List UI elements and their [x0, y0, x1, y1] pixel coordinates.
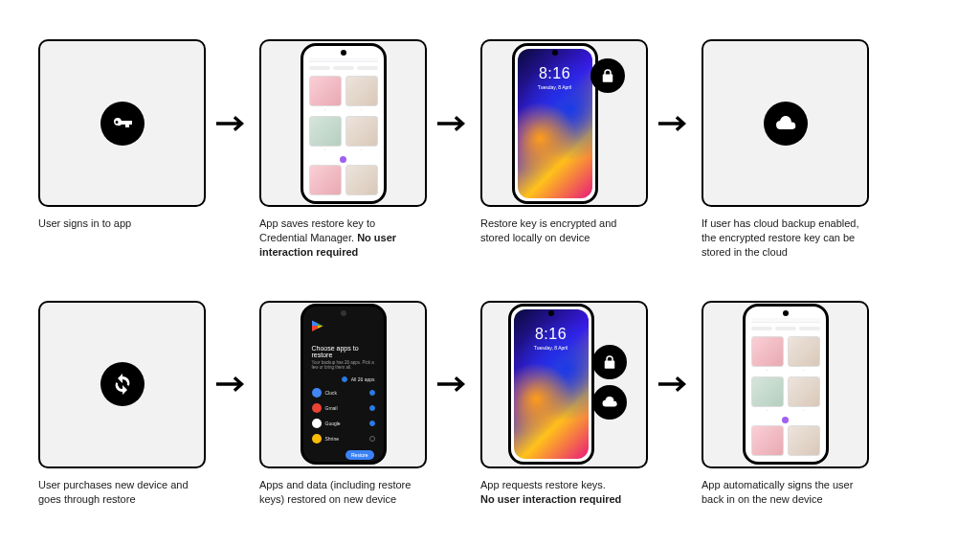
phone-shopping-app: · · · ·: [301, 43, 387, 204]
arrow: [656, 39, 694, 207]
step-box: [38, 301, 206, 468]
flow-row-1: User signs in to app · · · ·: [38, 39, 942, 260]
step-caption: App requests restore keys.No user intera…: [480, 478, 648, 507]
step-box: [38, 39, 206, 207]
arrow-icon: [434, 114, 473, 133]
cloud-icon: [592, 385, 627, 420]
restore-title: Choose apps to restore: [309, 345, 378, 358]
arrow: [434, 39, 473, 207]
step-cloud-backup: If user has cloud backup enabled, the en…: [702, 39, 869, 260]
step-caption: App automatically signs the user back in…: [702, 478, 869, 507]
step-caption: Apps and data (including restore keys) r…: [259, 478, 427, 507]
phone-lockscreen: 8:16 Tuesday, 8 April: [508, 304, 594, 465]
arrow: [434, 301, 473, 468]
step-restore-apps: Choose apps to restore Your backup has 2…: [259, 301, 427, 507]
step-encrypt-local: 8:16 Tuesday, 8 April Restore key is enc…: [480, 39, 648, 245]
list-item: Clock: [309, 385, 378, 400]
step-box: Choose apps to restore Your backup has 2…: [259, 301, 427, 468]
play-icon: [312, 320, 323, 331]
restore-subtitle: Your backup has 26 apps. Pick a few or b…: [309, 358, 378, 374]
step-caption: User purchases new device and goes throu…: [38, 478, 206, 507]
step-auto-signin: · · · · App automatically signs the user…: [702, 301, 869, 507]
step-caption: User signs in to app: [38, 216, 206, 231]
lock-icon: [592, 345, 627, 379]
cloud-icon: [764, 102, 808, 146]
arrow-icon: [434, 375, 473, 394]
arrow-icon: [656, 114, 694, 133]
arrow-icon: [213, 375, 252, 394]
step-new-device: User purchases new device and goes throu…: [38, 301, 206, 507]
lockscreen-time: 8:16: [511, 326, 591, 343]
flow-row-2: User purchases new device and goes throu…: [38, 301, 942, 507]
list-item: Shrine: [309, 431, 378, 446]
arrow: [213, 39, 252, 207]
step-request-keys: 8:16 Tuesday, 8 April App requests resto…: [480, 301, 648, 507]
step-caption: Restore key is encrypted and stored loca…: [480, 216, 648, 245]
key-icon: [100, 102, 145, 146]
step-box: · · · ·: [259, 39, 427, 207]
phone-shopping-app: · · · ·: [743, 304, 829, 465]
list-item: Google: [309, 416, 378, 431]
lockscreen-date: Tuesday, 8 April: [511, 345, 591, 351]
step-signin: User signs in to app: [38, 39, 206, 231]
step-box: · · · ·: [702, 301, 869, 468]
arrow: [656, 301, 694, 468]
arrow-icon: [656, 375, 694, 394]
phone-restore-screen: Choose apps to restore Your backup has 2…: [301, 304, 387, 465]
restore-button: Restore: [345, 450, 374, 460]
step-box: [702, 39, 869, 207]
step-caption: If user has cloud backup enabled, the en…: [702, 216, 869, 260]
step-caption: App saves restore key to Credential Mana…: [259, 216, 427, 260]
phone-lockscreen: 8:16 Tuesday, 8 April: [512, 43, 598, 204]
step-box: 8:16 Tuesday, 8 April: [480, 39, 648, 207]
restore-all-row: All 26 apps: [309, 374, 378, 385]
lock-icon: [590, 58, 625, 93]
lockscreen-date: Tuesday, 8 April: [515, 84, 595, 90]
arrow: [213, 301, 252, 468]
arrow-icon: [213, 114, 252, 133]
step-save-key: · · · · App saves restore key to Credent…: [259, 39, 427, 260]
lockscreen-time: 8:16: [515, 65, 595, 82]
step-box: 8:16 Tuesday, 8 April: [480, 301, 648, 468]
sync-icon: [100, 362, 145, 406]
list-item: Gmail: [309, 400, 378, 416]
